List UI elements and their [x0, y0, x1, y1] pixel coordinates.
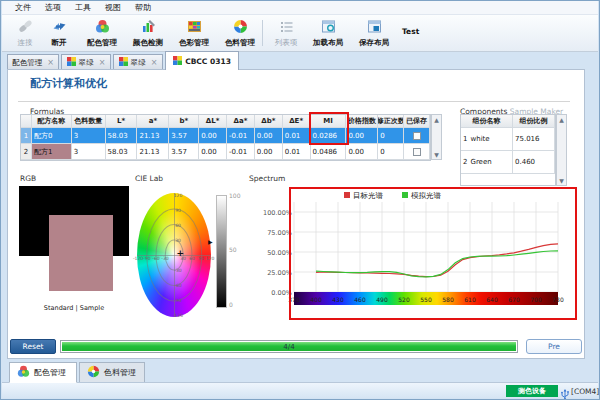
saved-cell: [404, 128, 430, 144]
toolbar-button-label: 列表项: [275, 38, 298, 48]
toolbar-button-color-matching[interactable]: 配色管理: [80, 17, 124, 49]
formula-value-cell: 3.57: [169, 144, 199, 160]
module-tab-1[interactable]: 配色管理: [9, 362, 77, 383]
cielab-a-tick-label: 120: [206, 256, 215, 261]
cielab-color-wheel[interactable]: 120906030-30-60-90-120-120-90-60-3030609…: [137, 193, 211, 317]
menu-bar: 文件选项工具视图帮助: [2, 1, 598, 15]
components-table-scrollbar[interactable]: ▲▼: [556, 114, 567, 186]
component-index: 1: [463, 135, 467, 143]
formulas-row-配方1[interactable]: 2配方1358.0321.133.570.00-0.010.000.010.04…: [21, 144, 430, 160]
com-port-label: [COM4]: [571, 387, 599, 396]
formulas-table-scrollbar[interactable]: ▲▼: [431, 114, 442, 160]
toolbar-button-disconnect[interactable]: 断开: [42, 17, 76, 49]
cielab-a-tick-label: -60: [152, 256, 159, 261]
formulas-row-配方0[interactable]: 1配方0358.0321.133.570.00-0.010.000.010.02…: [21, 128, 430, 144]
formula-value-cell: 0.00: [346, 128, 378, 144]
scroll-up-icon[interactable]: ▲: [557, 116, 566, 123]
cielab-b-tick-label: -120: [173, 313, 183, 318]
menu-item-5[interactable]: 帮助: [128, 2, 158, 13]
toolbar-button-color-manage[interactable]: 色彩管理: [172, 17, 216, 49]
toolbar-button-label: 断开: [52, 38, 67, 48]
cielab-b-tick-label: -60: [174, 283, 181, 288]
scroll-down-icon[interactable]: ▼: [557, 177, 566, 184]
component-row-white[interactable]: 1white75.016: [461, 128, 555, 151]
progress-text: 4/4: [61, 341, 517, 352]
formula-value-cell: 58.03: [106, 128, 138, 144]
reset-button[interactable]: Reset: [10, 339, 56, 354]
pre-button[interactable]: Pre: [526, 339, 582, 354]
document-tab-2[interactable]: 翠绿×: [61, 54, 111, 70]
tab-close-icon[interactable]: ×: [99, 58, 106, 67]
document-tab-4[interactable]: CBCC 0313: [165, 51, 239, 70]
main-panel: 配方计算和优化 Formulas 配方名称色料数量L*a*b*ΔL*Δa*Δb*…: [7, 69, 585, 359]
formula-value-cell: -0.01: [227, 128, 255, 144]
formula-value-cell: 0.00: [199, 144, 227, 160]
components-header-cell: 组份名称: [461, 115, 513, 128]
module-tab-label: 色料管理: [104, 367, 136, 378]
cielab-b-tick-label: 120: [174, 193, 183, 198]
formulas-header-cell: 配方名称: [32, 115, 72, 128]
formulas-header-cell: Δb*: [255, 115, 283, 128]
cielab-b-tick-label: 60: [175, 223, 181, 228]
toolbar-button-label: 保存布局: [359, 38, 389, 48]
formula-value-cell: 0: [378, 128, 404, 144]
tab-close-icon[interactable]: ×: [151, 58, 158, 67]
formulas-header-index: [21, 115, 32, 128]
module-tab-label: 配色管理: [34, 367, 66, 378]
menu-item-3[interactable]: 工具: [68, 2, 98, 13]
tab-logo-icon: [119, 57, 128, 68]
scroll-up-icon[interactable]: ▲: [432, 116, 441, 123]
component-row-Green[interactable]: 2Green0.460: [461, 151, 555, 174]
scroll-down-icon[interactable]: ▼: [432, 151, 441, 158]
formulas-header-cell: 色料数量: [72, 115, 106, 128]
x-tick-label: 430: [332, 296, 344, 303]
toolbar-button-save-layout[interactable]: 保存布局: [352, 17, 396, 49]
cielab-sample-marker-icon: +: [177, 248, 185, 258]
cielab-b-tick-label: -90: [174, 298, 181, 303]
tab-close-icon[interactable]: ×: [47, 58, 54, 67]
menu-item-4[interactable]: 视图: [98, 2, 128, 13]
saved-checkbox[interactable]: [413, 132, 421, 140]
document-tab-1[interactable]: 配色管理×: [7, 54, 59, 70]
load-layout-icon: [321, 19, 336, 38]
row-index: 1: [21, 128, 32, 144]
toolbar-button-load-layout[interactable]: 加载布局: [306, 17, 350, 49]
menu-item-2[interactable]: 选项: [38, 2, 68, 13]
test-label: Test: [402, 27, 419, 36]
tab-logo-icon: [173, 56, 182, 67]
spectrum-chart: 目标光谱模拟光谱100.00%75.00%50.00%25.00%0.00%37…: [252, 188, 576, 319]
toolbar-button-label: 颜色检测: [133, 38, 163, 48]
cielab-a-tick-label: 60: [189, 256, 195, 261]
formulas-header-cell: ΔL*: [199, 115, 227, 128]
sample-color-swatch: [49, 215, 113, 291]
color-matching-icon: [95, 19, 110, 38]
x-tick-label: 670: [508, 296, 520, 303]
formula-value-cell: 0.01: [283, 128, 311, 144]
formulas-header-cell: L*: [106, 115, 138, 128]
cielab-a-tick-label: -120: [133, 256, 143, 261]
x-tick-label: 730: [552, 296, 564, 303]
lightness-slider[interactable]: [216, 195, 227, 308]
document-tab-3[interactable]: 翠绿×: [113, 54, 163, 70]
legend-label: 目标光谱: [353, 191, 384, 200]
formula-value-cell: 0.00: [255, 128, 283, 144]
component-ratio-cell: 75.016: [513, 128, 555, 151]
menu-item-1[interactable]: 文件: [8, 2, 38, 13]
y-tick-label: 50.00%: [267, 249, 292, 257]
x-tick-label: 700: [530, 296, 542, 303]
formulas-header-cell: a*: [137, 115, 169, 128]
legend-swatch: [402, 192, 408, 198]
component-ratio-cell: 0.460: [513, 151, 555, 174]
legend-label: 模拟光谱: [411, 191, 442, 200]
document-tab-label: CBCC 0313: [185, 57, 231, 66]
x-tick-label: 460: [354, 296, 366, 303]
saved-checkbox[interactable]: [413, 148, 421, 156]
module-tab-2[interactable]: 色料管理: [79, 362, 145, 383]
saved-cell: [404, 144, 430, 160]
toolbar-button-colorant-manage[interactable]: 色料管理: [218, 17, 262, 49]
app-window: 文件选项工具视图帮助 连接断开配色管理颜色检测色彩管理色料管理列表项加载布局保存…: [0, 0, 600, 400]
formulas-header-row: 配方名称色料数量L*a*b*ΔL*Δa*Δb*ΔE*MI价格指数修正次数已保存: [21, 115, 430, 128]
toolbar-button-color-detect[interactable]: 颜色检测: [126, 17, 170, 49]
cielab-section-label: CIE Lab: [135, 174, 163, 183]
series-模拟光谱: [316, 251, 558, 277]
